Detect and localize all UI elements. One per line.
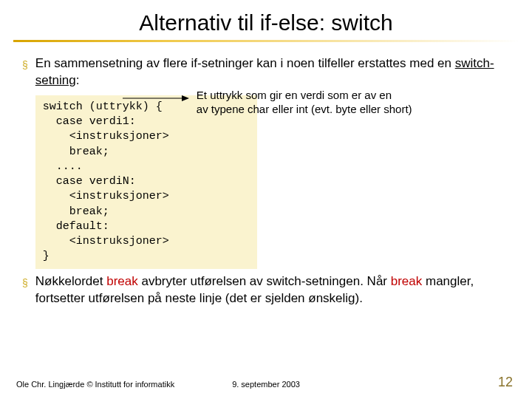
page-title: Alternativ til if-else: switch: [0, 0, 532, 40]
bullet-icon: §: [22, 58, 28, 269]
code-block: switch (uttrykk) { case verdi1: <instruk…: [35, 95, 257, 269]
annotation-line2: av typene char eller int (evt. byte elle…: [197, 103, 412, 115]
footer-date: 9. september 2003: [232, 380, 300, 389]
content-area: § En sammensetning av flere if-setninger…: [0, 42, 532, 307]
bullet-icon: §: [22, 276, 28, 307]
annotation-line1: Et uttrykk som gir en verdi som er av en: [197, 89, 392, 101]
arrow-icon: [123, 91, 189, 106]
annotation-text: Et uttrykk som gir en verdi som er av en…: [197, 88, 507, 117]
bullet-1: § En sammensetning av flere if-setninger…: [22, 55, 510, 269]
footer-author: Ole Chr. Lingjærde © Institutt for infor…: [16, 380, 174, 389]
slide: Alternativ til if-else: switch § En samm…: [0, 0, 532, 399]
bullet-2-body: Nøkkelordet break avbryter utførelsen av…: [35, 273, 510, 307]
bullet-1-suffix: :: [76, 73, 80, 87]
bullet-1-prefix: En sammensetning av flere if-setninger k…: [35, 56, 455, 70]
svg-marker-1: [182, 95, 189, 101]
page-number: 12: [498, 375, 513, 390]
bullet-1-body: En sammensetning av flere if-setninger k…: [35, 55, 510, 269]
bullet-2: § Nøkkelordet break avbryter utførelsen …: [22, 273, 510, 307]
